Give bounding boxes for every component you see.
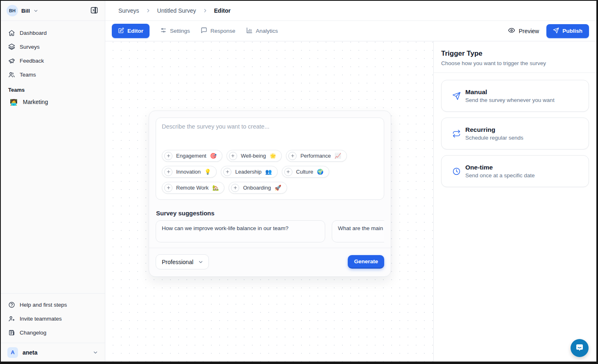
plus-circle-icon (288, 152, 297, 160)
tag-culture[interactable]: Culture 🌍 (282, 166, 329, 178)
chevron-right-icon (202, 8, 208, 14)
sidebar-item-help[interactable]: Help and first steps (4, 298, 102, 312)
repeat-icon (452, 129, 461, 138)
account-name: aneta (23, 349, 38, 356)
option-title: One-time (465, 164, 535, 171)
sidebar-footer: Help and first steps Invite teammates Ch… (1, 293, 105, 362)
pen-square-icon (118, 27, 124, 35)
sidebar-item-label: Changelog (20, 330, 46, 336)
sidebar-item-teams[interactable]: Teams (4, 68, 102, 81)
survey-description-input[interactable] (162, 123, 378, 150)
globe-emoji-icon: 🌍 (317, 169, 324, 175)
workspace-avatar: BH (7, 5, 18, 16)
sidebar-item-label: Dashboard (20, 30, 47, 36)
breadcrumb: Surveys Untitled Survey Editor (105, 1, 596, 21)
breadcrumb-untitled-survey[interactable]: Untitled Survey (157, 7, 196, 14)
tab-settings[interactable]: Settings (160, 27, 190, 35)
send-icon (553, 27, 559, 35)
tab-label: Analytics (256, 28, 278, 34)
sidebar-item-label: Help and first steps (20, 302, 67, 308)
tag-remote-work[interactable]: Remote Work 🏡 (162, 182, 224, 194)
suggestions-row: How can we improve work-life balance in … (156, 220, 384, 242)
trigger-type-panel: Trigger Type Choose how you want to trig… (433, 41, 596, 362)
home-icon (8, 29, 15, 36)
send-icon (452, 92, 461, 100)
plus-circle-icon (231, 184, 239, 192)
tone-select[interactable]: Professional (156, 254, 209, 269)
tag-engagement[interactable]: Engagement 🎯 (162, 150, 222, 162)
main-area: Surveys Untitled Survey Editor Editor (105, 1, 596, 362)
sidebar-item-feedback[interactable]: Feedback (4, 54, 102, 68)
panel-right-icon (90, 6, 98, 16)
tab-editor[interactable]: Editor (112, 24, 150, 38)
tag-innovation[interactable]: Innovation 💡 (162, 166, 217, 178)
option-title: Recurring (465, 126, 523, 133)
workspace-switcher[interactable]: BH Bill (1, 1, 105, 21)
option-description: Send the survey whenever you want (465, 97, 555, 103)
tag-well-being[interactable]: Well-being 🌟 (227, 150, 282, 162)
chevron-down-icon (33, 8, 39, 14)
help-circle-icon (8, 301, 15, 308)
suggestion-card[interactable]: How can we improve work-life balance in … (156, 220, 325, 242)
user-plus-icon (8, 315, 15, 322)
account-avatar: A (7, 347, 18, 358)
toolbar: Editor Settings Response (105, 21, 596, 41)
sidebar-team-marketing[interactable]: 🧑‍💻 Marketing (1, 95, 105, 109)
editor-tabs: Editor Settings Response (112, 24, 278, 38)
sidebar-item-label: Invite teammates (20, 316, 62, 322)
preview-button[interactable]: Preview (508, 27, 539, 35)
option-title: Manual (465, 88, 555, 96)
account-menu[interactable]: A aneta (1, 343, 105, 362)
breadcrumb-surveys[interactable]: Surveys (118, 7, 139, 14)
clock-icon (452, 167, 461, 176)
chevron-down-icon (198, 259, 204, 265)
composer-footer: Professional Generate (149, 248, 391, 271)
topic-tags: Engagement 🎯 Well-being 🌟 Performance (162, 150, 378, 194)
bulb-emoji-icon: 💡 (204, 169, 211, 175)
option-description: Schedule regular sends (465, 135, 523, 141)
suggestion-card[interactable]: What are the main ob (332, 220, 384, 242)
trigger-option-one-time[interactable]: One-time Send once at a specific date (441, 155, 589, 187)
sidebar: BH Bill Dashboard (1, 1, 105, 362)
chevron-right-icon (145, 8, 151, 14)
users-icon (8, 71, 15, 78)
megaphone-icon (8, 57, 15, 64)
panel-subtitle: Choose how you want to trigger the surve… (441, 60, 589, 66)
sidebar-item-label: Feedback (20, 58, 44, 64)
tab-label: Editor (127, 28, 143, 34)
newspaper-icon (8, 329, 15, 336)
trigger-option-recurring[interactable]: Recurring Schedule regular sends (441, 118, 589, 149)
trigger-panel-header: Trigger Type Choose how you want to trig… (434, 41, 596, 73)
tag-performance[interactable]: Performance 📈 (286, 150, 347, 162)
tag-onboarding[interactable]: Onboarding 🚀 (229, 182, 287, 194)
tab-response[interactable]: Response (201, 27, 236, 35)
sidebar-item-surveys[interactable]: Surveys (4, 40, 102, 54)
message-square-icon (201, 27, 207, 35)
trigger-options: Manual Send the survey whenever you want… (434, 73, 596, 194)
trigger-option-manual[interactable]: Manual Send the survey whenever you want (441, 80, 589, 112)
sidebar-collapse-button[interactable] (88, 5, 100, 16)
plus-circle-icon (223, 168, 231, 176)
sidebar-item-dashboard[interactable]: Dashboard (4, 26, 102, 40)
house-emoji-icon: 🏡 (212, 185, 219, 191)
tab-label: Response (211, 28, 236, 34)
panel-title: Trigger Type (441, 50, 589, 58)
team-name: Marketing (23, 99, 48, 105)
tag-leadership[interactable]: Leadership 👥 (221, 166, 278, 178)
technologist-emoji-icon: 🧑‍💻 (10, 99, 18, 105)
suggestions-title: Survey suggestions (156, 210, 384, 217)
sidebar-item-changelog[interactable]: Changelog (4, 326, 102, 339)
sidebar-nav: Dashboard Surveys Feedback Teams (1, 21, 105, 81)
chevron-down-icon (93, 350, 98, 355)
chat-bubble-icon (575, 343, 584, 354)
plus-circle-icon (164, 184, 172, 192)
option-description: Send once at a specific date (465, 172, 535, 179)
sliders-icon (160, 27, 167, 35)
publish-button[interactable]: Publish (546, 24, 589, 38)
tab-analytics[interactable]: Analytics (246, 27, 278, 35)
chat-widget-button[interactable] (571, 339, 589, 357)
eye-icon (508, 27, 515, 35)
sidebar-item-invite[interactable]: Invite teammates (4, 312, 102, 326)
star-emoji-icon: 🌟 (270, 153, 276, 159)
generate-button[interactable]: Generate (348, 255, 384, 269)
